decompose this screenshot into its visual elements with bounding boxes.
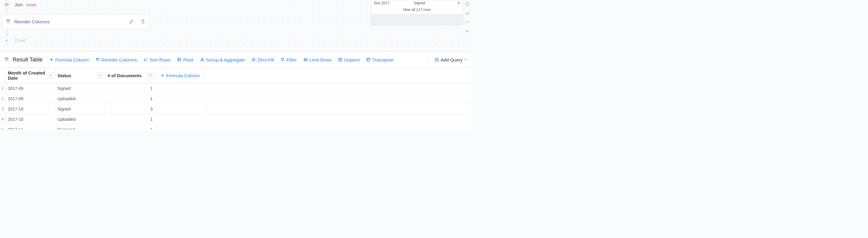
- action-formula-column[interactable]: Formula Column: [49, 57, 89, 62]
- svg-point-2: [7, 20, 7, 21]
- cell-docs: 1: [105, 83, 155, 93]
- add-query-button[interactable]: Add Query: [435, 57, 467, 62]
- action-unpivot[interactable]: Unpivot: [338, 57, 360, 62]
- column-header-docs[interactable]: # of Documents: [105, 68, 155, 83]
- svg-point-4: [9, 20, 10, 21]
- column-dropdown-docs[interactable]: [148, 73, 153, 78]
- cell-month: 2017-11: [5, 125, 55, 129]
- action-pivot[interactable]: Pivot: [177, 57, 193, 62]
- reorder-label: Reorder Columns: [14, 19, 125, 24]
- pipeline-step-chart[interactable]: Chart: [2, 36, 26, 45]
- chevron-down-icon: [464, 58, 467, 61]
- action-group-aggregate[interactable]: Group & Aggregate: [200, 57, 245, 62]
- chart-icon: [2, 36, 11, 45]
- result-table: Month of Created Date Status # of Docume…: [0, 68, 471, 129]
- delete-icon[interactable]: [140, 19, 146, 25]
- preview-footer: [371, 14, 463, 25]
- svg-rect-43: [339, 58, 342, 61]
- table-row[interactable]: 22017-09Uploaded1: [0, 94, 471, 104]
- svg-rect-30: [178, 58, 181, 61]
- cell-month: 2017-10: [5, 114, 55, 124]
- cell-formula: [155, 83, 206, 93]
- row-number: 2: [0, 94, 5, 104]
- svg-point-3: [8, 20, 9, 21]
- preview-cell-count: 4: [454, 1, 460, 5]
- action-limit-rows[interactable]: Limit Rows: [304, 57, 332, 62]
- svg-point-35: [203, 60, 204, 61]
- reorder-columns-icon: [6, 19, 10, 24]
- svg-rect-40: [304, 58, 307, 61]
- table-row[interactable]: 32017-10Signed3: [0, 104, 471, 114]
- cell-docs: 1: [105, 125, 155, 129]
- preview-data-row: Nov 2017 Signed 4: [371, 0, 463, 7]
- row-number: 1: [0, 83, 5, 93]
- right-icon-rail: [463, 0, 471, 34]
- table-header-row: Month of Created Date Status # of Docume…: [0, 68, 471, 83]
- svg-line-36: [201, 59, 202, 60]
- cell-status: Uploaded: [55, 94, 105, 104]
- cell-docs: 3: [105, 104, 155, 114]
- pipeline-step-join[interactable]: Join inner: [2, 0, 37, 9]
- table-row[interactable]: 52017-11Prepared1: [0, 125, 471, 129]
- join-label: Join: [14, 2, 23, 7]
- svg-point-21: [97, 58, 98, 59]
- cell-formula: [155, 104, 206, 114]
- action-zero-fill[interactable]: Zero Fill: [251, 57, 274, 62]
- action-sort-rows[interactable]: Sort Rows: [144, 57, 170, 62]
- cell-month: 2017-09: [5, 83, 55, 93]
- pie-chart-icon[interactable]: [465, 1, 470, 7]
- result-title: Result Table: [13, 57, 42, 63]
- chart-label: Chart: [14, 38, 26, 43]
- preview-view-all-link[interactable]: View all 117 rows: [371, 7, 463, 14]
- svg-point-20: [96, 58, 96, 59]
- result-table-icon: [4, 57, 9, 62]
- svg-rect-46: [367, 58, 370, 61]
- svg-point-14: [7, 58, 8, 59]
- cell-formula: [155, 125, 206, 129]
- preview-cell-month: Nov 2017: [374, 1, 414, 5]
- column-dropdown-status[interactable]: [98, 73, 103, 78]
- cell-month: 2017-09: [5, 94, 55, 104]
- svg-point-22: [98, 58, 99, 59]
- column-dropdown-month[interactable]: [48, 73, 53, 78]
- cell-formula: [155, 114, 206, 124]
- area-chart-icon[interactable]: [465, 10, 470, 16]
- pipeline-step-reorder-card[interactable]: Reorder Columns: [2, 14, 150, 29]
- cell-status: Uploaded: [55, 114, 105, 124]
- line-chart-icon[interactable]: [465, 19, 470, 25]
- action-reorder-columns[interactable]: Reorder Columns: [95, 57, 137, 62]
- svg-point-12: [5, 58, 6, 59]
- cell-formula: [155, 94, 206, 104]
- preview-panel: Nov 2017 Signed 4 View all 117 rows: [371, 0, 463, 25]
- preview-cell-status: Signed: [414, 1, 454, 5]
- toolbar-divider: [428, 56, 428, 63]
- action-filter[interactable]: Filter: [280, 57, 297, 62]
- cell-month: 2017-10: [5, 104, 55, 114]
- row-number: 3: [0, 104, 5, 114]
- cell-status: Signed: [55, 104, 105, 114]
- svg-line-39: [252, 58, 255, 61]
- edit-icon[interactable]: [128, 19, 134, 25]
- join-icon: [2, 0, 11, 9]
- svg-point-34: [201, 60, 202, 61]
- column-header-formula[interactable]: Formula Column: [155, 68, 206, 83]
- column-header-month[interactable]: Month of Created Date: [5, 68, 55, 83]
- svg-point-13: [6, 58, 7, 59]
- row-number: 4: [0, 114, 5, 124]
- cell-status: Prepared: [55, 125, 105, 129]
- table-row[interactable]: 12017-09Signed1: [0, 83, 471, 94]
- cell-docs: 1: [105, 114, 155, 124]
- action-transpose[interactable]: Transpose: [366, 57, 394, 62]
- row-number: 5: [0, 125, 5, 129]
- result-section: Result Table Formula Column Reorder Colu…: [0, 51, 471, 129]
- expand-down-icon[interactable]: [465, 28, 470, 34]
- svg-point-33: [202, 58, 203, 59]
- join-type: inner: [27, 2, 37, 7]
- result-toolbar: Result Table Formula Column Reorder Colu…: [0, 52, 471, 68]
- cell-docs: 1: [105, 94, 155, 104]
- table-row[interactable]: 42017-10Uploaded1: [0, 114, 471, 125]
- svg-line-37: [202, 59, 203, 60]
- column-header-status[interactable]: Status: [55, 68, 105, 83]
- pipeline-canvas: Join inner Reorder Columns Chart Nov 201…: [0, 0, 471, 51]
- cell-status: Signed: [55, 83, 105, 93]
